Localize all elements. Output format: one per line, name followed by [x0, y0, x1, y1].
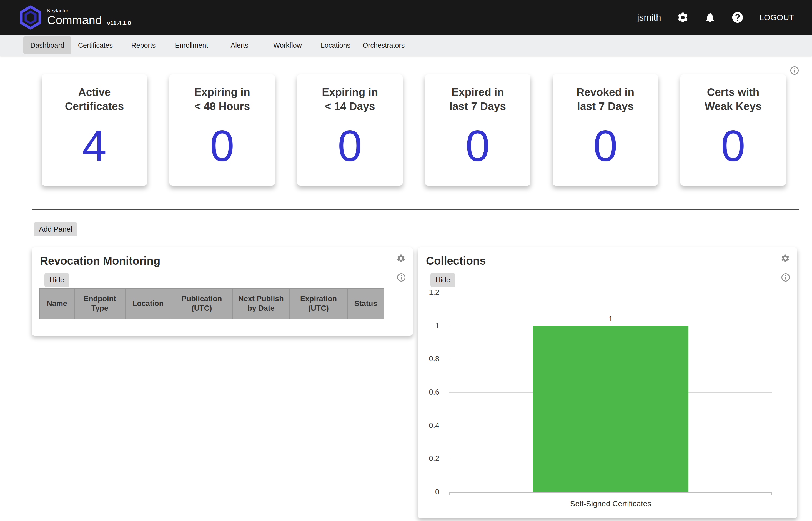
summary-card-expiring-14-days: Expiring in < 14 Days 0	[297, 74, 403, 185]
revocation-table: Name Endpoint Type Location Publication …	[39, 288, 384, 319]
collections-x-axis-label: Self-Signed Certificates	[449, 499, 772, 508]
column-header-expiration-utc[interactable]: Expiration (UTC)	[289, 289, 348, 319]
summary-card-expiring-48-hours: Expiring in < 48 Hours 0	[169, 74, 275, 185]
column-header-location[interactable]: Location	[125, 289, 171, 319]
collections-hide-button[interactable]: Hide	[431, 273, 455, 287]
collections-chart-plot: Self-Signed Certificates 00.20.40.60.811…	[449, 293, 772, 492]
chart-ytick-label: 0	[419, 488, 439, 496]
app-version: v11.4.1.0	[107, 20, 131, 26]
collections-settings-gear-icon[interactable]	[781, 253, 790, 263]
dashboard-info-icon[interactable]	[789, 66, 799, 75]
summary-card-revoked-7-days: Revoked in last 7 Days 0	[553, 74, 658, 185]
settings-gear-icon[interactable]	[677, 12, 689, 24]
revocation-settings-gear-icon[interactable]	[396, 253, 406, 263]
brand-command: Command	[47, 14, 102, 27]
tab-certificates[interactable]: Certificates	[71, 37, 119, 54]
chart-ytick-label: 0.6	[419, 388, 439, 397]
add-panel-button[interactable]: Add Panel	[34, 222, 77, 236]
tab-reports[interactable]: Reports	[119, 37, 167, 54]
card-value: 0	[721, 114, 745, 178]
card-title: Expiring in < 14 Days	[322, 85, 378, 114]
help-icon[interactable]	[731, 11, 744, 24]
revocation-monitoring-panel: Revocation Monitoring Hide Name Endpoint…	[32, 247, 413, 336]
column-header-next-publish[interactable]: Next Publish by Date	[233, 289, 289, 319]
tab-enrollment[interactable]: Enrollment	[167, 37, 215, 54]
brand: Keyfactor Command v11.4.1.0	[18, 5, 131, 30]
notifications-bell-icon[interactable]	[704, 12, 716, 23]
collections-panel-title: Collections	[426, 255, 486, 267]
revocation-panel-title: Revocation Monitoring	[40, 255, 160, 267]
chart-ytick-label: 0.8	[419, 355, 439, 363]
card-value: 0	[338, 114, 362, 178]
chart-gridline	[449, 293, 772, 293]
summary-cards: Active Certificates 4 Expiring in < 48 H…	[42, 74, 786, 185]
dashboard-page: Active Certificates 4 Expiring in < 48 H…	[0, 55, 812, 521]
tab-orchestrators[interactable]: Orchestrators	[359, 37, 408, 54]
tab-alerts[interactable]: Alerts	[215, 37, 263, 54]
brand-keyfactor: Keyfactor	[47, 8, 102, 14]
card-title: Expired in last 7 Days	[449, 85, 506, 114]
chart-ytick-label: 0.4	[419, 421, 439, 430]
card-title: Expiring in < 48 Hours	[194, 85, 250, 114]
keyfactor-logo-icon	[18, 5, 43, 30]
collections-bar-self-signed	[533, 326, 689, 492]
revocation-table-header-row: Name Endpoint Type Location Publication …	[40, 289, 384, 319]
summary-card-weak-keys: Certs with Weak Keys 0	[680, 74, 786, 185]
brand-text: Keyfactor Command	[47, 8, 102, 27]
chart-ytick-label: 0.2	[419, 454, 439, 463]
summary-card-expired-7-days: Expired in last 7 Days 0	[425, 74, 530, 185]
card-value: 4	[82, 114, 107, 178]
chart-ytick-label: 1.2	[419, 288, 439, 297]
app-header: Keyfactor Command v11.4.1.0 jsmith LOGOU…	[0, 0, 812, 35]
collections-info-icon[interactable]	[781, 272, 791, 282]
card-title: Active Certificates	[65, 85, 124, 114]
column-header-endpoint-type[interactable]: Endpoint Type	[74, 289, 125, 319]
card-value: 0	[593, 114, 618, 178]
collections-bar-value-label: 1	[608, 315, 612, 323]
tab-workflow[interactable]: Workflow	[263, 37, 311, 54]
header-actions: jsmith LOGOUT	[637, 11, 794, 24]
column-header-name[interactable]: Name	[40, 289, 74, 319]
card-value: 0	[210, 114, 234, 178]
summary-card-active-certificates: Active Certificates 4	[42, 74, 147, 185]
revocation-info-icon[interactable]	[396, 272, 406, 282]
tab-locations[interactable]: Locations	[311, 37, 359, 54]
revocation-hide-button[interactable]: Hide	[44, 273, 69, 287]
main-nav: Dashboard Certificates Reports Enrollmen…	[0, 35, 812, 55]
section-divider	[32, 209, 799, 210]
chart-x-axis-line	[449, 492, 772, 493]
tab-dashboard[interactable]: Dashboard	[23, 37, 71, 54]
card-title: Revoked in last 7 Days	[577, 85, 634, 114]
column-header-publication-utc[interactable]: Publication (UTC)	[171, 289, 233, 319]
username[interactable]: jsmith	[637, 12, 661, 23]
card-value: 0	[465, 114, 490, 178]
column-header-status[interactable]: Status	[348, 289, 384, 319]
collections-panel: Collections Hide Self-Signed Certificate…	[418, 247, 797, 518]
logout-button[interactable]: LOGOUT	[760, 13, 794, 22]
chart-ytick-label: 1	[419, 322, 439, 330]
card-title: Certs with Weak Keys	[704, 85, 762, 114]
